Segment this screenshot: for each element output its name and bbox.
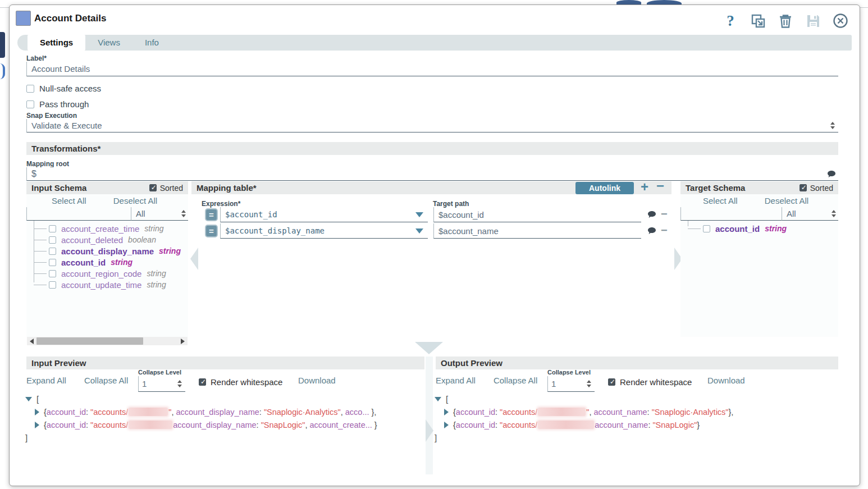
input_schema-item-checkbox[interactable] bbox=[49, 270, 56, 277]
input_schema-item-type: string bbox=[159, 246, 181, 255]
scroll-right-icon[interactable] bbox=[181, 339, 185, 344]
input-preview-download[interactable]: Download bbox=[298, 376, 336, 385]
target-schema-type-filter[interactable]: All bbox=[782, 207, 838, 221]
input-schema-sorted-checkbox[interactable] bbox=[149, 184, 157, 191]
remove-row-icon[interactable]: − bbox=[661, 208, 668, 221]
expression-field[interactable]: $account_id bbox=[220, 207, 428, 222]
expression-field[interactable]: $account_display_name bbox=[220, 223, 428, 239]
label-field-label: Label* bbox=[26, 54, 47, 62]
input_schema-tree-item: account_create_timestring bbox=[26, 223, 188, 234]
json-punct: : bbox=[647, 408, 652, 417]
open-in-icon[interactable] bbox=[750, 13, 766, 29]
null-safe-access-checkbox[interactable] bbox=[26, 85, 34, 93]
input-collapse-level-value: 1 bbox=[142, 379, 147, 389]
output-preview-open-bracket: [ bbox=[446, 394, 448, 404]
input-render-whitespace-label: Render whitespace bbox=[211, 377, 282, 387]
expression-dropdown-icon[interactable] bbox=[415, 228, 423, 234]
null-safe-access-label: Null-safe access bbox=[39, 84, 101, 93]
input-schema-select-all[interactable]: Select All bbox=[52, 196, 86, 205]
help-icon[interactable]: ? bbox=[723, 13, 738, 29]
input_schema-item-checkbox[interactable] bbox=[49, 281, 56, 289]
target-schema-filter-input[interactable] bbox=[686, 209, 776, 218]
select-spinner-icon[interactable] bbox=[832, 210, 836, 217]
input-schema-hscrollbar[interactable] bbox=[27, 337, 188, 345]
remove-row-icon[interactable]: − bbox=[661, 224, 668, 237]
preview-divider-chevron-icon[interactable] bbox=[426, 419, 433, 442]
input-preview-collapse-all[interactable]: Collapse All bbox=[84, 376, 128, 385]
output-preview-download[interactable]: Download bbox=[707, 376, 745, 385]
snap-execution-label: Snap Execution bbox=[26, 112, 77, 120]
snap-execution-select[interactable]: Validate & Execute bbox=[26, 119, 838, 132]
scroll-thumb[interactable] bbox=[36, 337, 143, 345]
input-preview-row-toggle-icon[interactable] bbox=[35, 422, 39, 428]
input-preview-header: Input Preview bbox=[26, 357, 424, 369]
input-preview-links: Expand All Collapse All bbox=[26, 376, 128, 385]
json-punct: , bbox=[171, 408, 176, 417]
output-render-whitespace-checkbox[interactable] bbox=[608, 378, 615, 386]
select-spinner-icon[interactable] bbox=[177, 380, 182, 387]
target-schema-sorted-checkbox[interactable] bbox=[800, 184, 807, 191]
tab-views[interactable]: Views bbox=[85, 35, 133, 51]
input-preview-row-toggle-icon[interactable] bbox=[35, 409, 39, 415]
input-schema-deselect-all[interactable]: Deselect All bbox=[113, 196, 157, 205]
target-path-field[interactable]: $account_id bbox=[433, 207, 641, 222]
input_schema-item-checkbox[interactable] bbox=[49, 248, 56, 255]
json-key: account_id bbox=[456, 421, 495, 429]
pass-through-checkbox[interactable] bbox=[26, 100, 34, 108]
expression-toggle-button[interactable]: = bbox=[205, 208, 218, 221]
label-input[interactable] bbox=[31, 64, 798, 74]
input-preview-root-toggle-icon[interactable] bbox=[25, 397, 32, 401]
scroll-left-icon[interactable] bbox=[30, 339, 34, 344]
autolink-button[interactable]: Autolink bbox=[575, 182, 634, 194]
preview-divider bbox=[426, 357, 433, 474]
target-path-value: $account_id bbox=[438, 210, 484, 220]
expression-dropdown-icon[interactable] bbox=[415, 212, 423, 217]
input-schema-tree: account_create_timestringaccount_deleted… bbox=[26, 223, 188, 290]
input-preview-body: [{account_id: "accounts/", account_displ… bbox=[25, 392, 422, 444]
target_schema-item-checkbox[interactable] bbox=[703, 225, 710, 232]
target-schema-deselect-all[interactable]: Deselect All bbox=[765, 196, 808, 205]
comment-bubble-icon[interactable] bbox=[647, 227, 656, 235]
delete-icon[interactable] bbox=[778, 13, 793, 29]
snap-settings-dialog: Account Details ? bbox=[9, 4, 860, 486]
input-schema-header: Input Schema Sorted bbox=[26, 181, 188, 194]
input_schema-item-name: account_deleted bbox=[61, 235, 123, 245]
input-preview-expand-all[interactable]: Expand All bbox=[26, 376, 66, 385]
close-icon[interactable] bbox=[833, 13, 848, 29]
output-preview-collapse-all[interactable]: Collapse All bbox=[494, 376, 537, 385]
save-icon[interactable] bbox=[805, 13, 821, 29]
json-string: "Snaplogic·Analytics" bbox=[652, 408, 729, 417]
select-spinner-icon[interactable] bbox=[587, 380, 591, 387]
input-schema-title: Input Schema bbox=[31, 183, 86, 193]
json-key: account_id bbox=[47, 408, 86, 417]
input-schema-type-filter-value: All bbox=[136, 209, 145, 218]
input_schema-item-checkbox[interactable] bbox=[49, 225, 56, 232]
target-schema-select-all[interactable]: Select All bbox=[703, 196, 738, 205]
output-preview-row-toggle-icon[interactable] bbox=[444, 409, 449, 415]
expression-toggle-button[interactable]: = bbox=[205, 225, 218, 237]
collapse-input-schema-icon[interactable] bbox=[190, 248, 198, 270]
transformations-section-header: Transformations* bbox=[26, 142, 838, 155]
output-preview-root-toggle-icon[interactable] bbox=[435, 397, 441, 401]
target-path-field[interactable]: $account_name bbox=[433, 223, 641, 239]
output-preview-expand-all[interactable]: Expand All bbox=[436, 376, 476, 385]
add-mapping-row-icon[interactable]: + bbox=[641, 181, 648, 193]
input-collapse-level-field[interactable]: 1 bbox=[138, 376, 185, 392]
input-render-whitespace-checkbox[interactable] bbox=[199, 378, 206, 386]
remove-mapping-rows-icon[interactable]: − bbox=[656, 180, 664, 191]
tab-settings[interactable]: Settings bbox=[28, 35, 85, 51]
output-preview-row-toggle-icon[interactable] bbox=[444, 422, 449, 428]
input-schema-filter-input[interactable] bbox=[31, 209, 126, 218]
pass-through-label: Pass through bbox=[39, 99, 89, 109]
input_schema-item-checkbox[interactable] bbox=[49, 259, 56, 266]
json-string: "accounts/ bbox=[90, 408, 128, 417]
mapping-root-input[interactable] bbox=[31, 169, 798, 179]
tab-info[interactable]: Info bbox=[133, 35, 171, 51]
comment-bubble-icon[interactable] bbox=[647, 211, 656, 218]
select-spinner-icon[interactable] bbox=[830, 122, 835, 129]
output-collapse-level-field[interactable]: 1 bbox=[547, 376, 595, 392]
input_schema-item-checkbox[interactable] bbox=[49, 236, 56, 244]
select-spinner-icon[interactable] bbox=[181, 210, 186, 217]
input-schema-type-filter[interactable]: All bbox=[131, 207, 188, 221]
comment-bubble-icon[interactable] bbox=[827, 170, 836, 178]
